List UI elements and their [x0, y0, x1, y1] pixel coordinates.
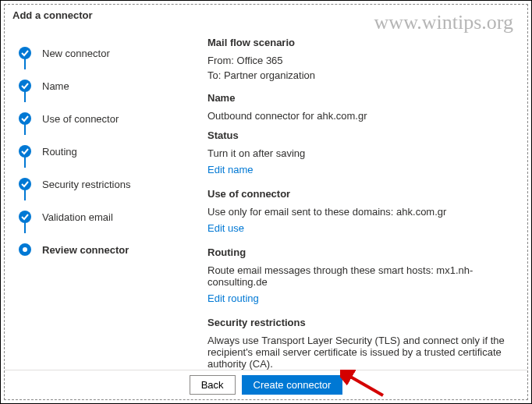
- step-validation-email: Validation email: [19, 200, 153, 233]
- step-name: Name: [19, 69, 153, 102]
- status-value: Turn it on after saving: [207, 147, 512, 159]
- step-security-restrictions: Security restrictions: [19, 168, 153, 200]
- edit-routing-link[interactable]: Edit routing: [207, 292, 259, 304]
- check-icon: [19, 145, 31, 158]
- step-label: Use of connector: [42, 113, 119, 125]
- check-icon: [19, 211, 31, 223]
- mailflow-to: To: Partner organization: [207, 69, 512, 81]
- check-icon: [19, 80, 31, 92]
- use-value: Use only for email sent to these domains…: [207, 206, 512, 218]
- routing-title: Routing: [207, 246, 512, 258]
- create-connector-button[interactable]: Create connector: [242, 375, 343, 395]
- check-icon: [19, 47, 31, 59]
- status-title: Status: [207, 129, 512, 141]
- step-label: Security restrictions: [42, 179, 130, 190]
- mailflow-from: From: Office 365: [207, 55, 512, 66]
- routing-value: Route email messages through these smart…: [207, 264, 512, 288]
- step-label: New connector: [42, 48, 110, 59]
- step-label: Validation email: [42, 211, 113, 223]
- edit-use-link[interactable]: Edit use: [207, 222, 244, 234]
- use-title: Use of connector: [207, 188, 512, 200]
- edit-name-link[interactable]: Edit name: [207, 164, 254, 175]
- security-value: Always use Transport Layer Security (TLS…: [207, 335, 512, 370]
- step-routing: Routing: [19, 135, 153, 168]
- step-label: Name: [42, 80, 69, 92]
- check-icon: [19, 112, 31, 125]
- name-value: Outbound connector for ahk.com.gr: [207, 110, 512, 122]
- step-label: Review connector: [42, 244, 129, 256]
- step-use-of-connector: Use of connector: [19, 102, 153, 135]
- security-title: Security restrictions: [207, 317, 512, 328]
- footer: Back Create connector: [5, 370, 527, 399]
- step-new-connector: New connector: [19, 37, 153, 69]
- step-review-connector: Review connector: [19, 233, 153, 266]
- mailflow-title: Mail flow scenario: [207, 37, 512, 48]
- main-content: Mail flow scenario From: Office 365 To: …: [161, 23, 527, 370]
- page-title: Add a connector: [5, 5, 527, 23]
- steps-sidebar: New connector Name Use of connector: [5, 23, 161, 370]
- name-title: Name: [207, 92, 512, 104]
- check-icon: [19, 178, 31, 190]
- step-label: Routing: [42, 146, 77, 158]
- current-step-icon: [19, 243, 31, 256]
- back-button[interactable]: Back: [190, 375, 236, 395]
